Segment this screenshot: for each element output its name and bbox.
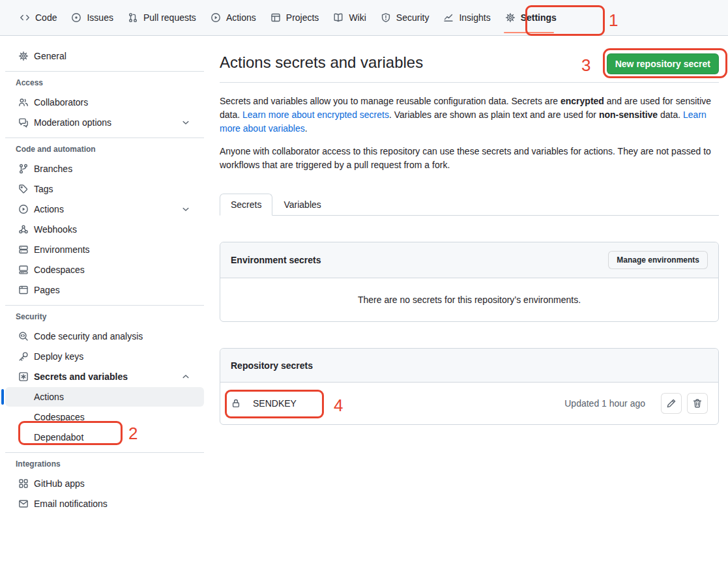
chevron-down-icon	[181, 204, 191, 214]
play-circle-icon	[18, 204, 29, 214]
sidebar-item-label: Deploy keys	[34, 351, 191, 362]
sidebar-divider	[5, 71, 204, 72]
tab-pull-requests[interactable]: Pull requests	[121, 0, 203, 35]
sidebar-item-email-notifications[interactable]: Email notifications	[5, 494, 204, 514]
pencil-icon	[666, 398, 677, 409]
sidebar-item-label: Codespaces	[34, 265, 191, 275]
apps-icon	[18, 478, 29, 489]
trash-icon	[692, 398, 703, 409]
sidebar-item-webhooks[interactable]: Webhooks	[5, 220, 204, 239]
intro-text: Secrets and variables allow you to manag…	[220, 94, 719, 172]
sidebar-item-environments[interactable]: Environments	[5, 240, 204, 259]
sidebar-item-label: Pages	[34, 285, 191, 295]
sidebar-item-actions[interactable]: Actions	[5, 199, 204, 219]
sidebar-subitem-dependabot[interactable]: Dependabot	[5, 427, 204, 447]
sidebar-item-general[interactable]: General	[5, 46, 204, 66]
sidebar-item-label: Dependabot	[34, 432, 191, 442]
repository-secrets-box: Repository secrets SENDKEY Updated 1 hou…	[220, 348, 719, 425]
environment-secrets-title: Environment secrets	[231, 255, 321, 265]
tab-label: Security	[396, 12, 430, 23]
sidebar-subitem-codespaces[interactable]: Codespaces	[5, 407, 204, 427]
gear-icon	[505, 12, 516, 23]
sidebar-item-branches[interactable]: Branches	[5, 159, 204, 179]
sidebar-item-label: Actions	[34, 392, 191, 402]
asterisk-box-icon	[18, 371, 29, 382]
tab-insights[interactable]: Insights	[437, 0, 497, 35]
intro-text-segment: Secrets and variables allow you to manag…	[220, 96, 561, 106]
sidebar-item-collaborators[interactable]: Collaborators	[5, 93, 204, 112]
tab-projects[interactable]: Projects	[264, 0, 326, 35]
sidebar-item-label: Secrets and variables	[34, 371, 175, 382]
git-branch-icon	[18, 164, 29, 174]
comment-discussion-icon	[18, 117, 29, 128]
lock-icon	[231, 398, 241, 409]
tab-issues[interactable]: Issues	[65, 0, 119, 35]
book-icon	[333, 12, 343, 23]
secret-row: SENDKEY Updated 1 hour ago	[220, 383, 718, 424]
sidebar-item-tags[interactable]: Tags	[5, 179, 204, 199]
sidebar-item-moderation-options[interactable]: Moderation options	[5, 113, 204, 132]
environment-secrets-box: Environment secrets Manage environments …	[220, 242, 719, 322]
sidebar-item-label: General	[34, 51, 191, 61]
environment-secrets-empty-text: There are no secrets for this repository…	[220, 278, 718, 321]
intro-text-segment: . Variables are shown as plain text and …	[389, 109, 599, 120]
sidebar-item-deploy-keys[interactable]: Deploy keys	[5, 347, 204, 366]
webhook-icon	[18, 224, 29, 235]
settings-sidebar: General Access Collaborators Moderation …	[0, 36, 209, 514]
tab-label: Actions	[226, 12, 256, 23]
tab-label: Settings	[521, 12, 557, 23]
tab-label: Insights	[459, 12, 490, 23]
main-content: Actions secrets and variables New reposi…	[220, 36, 719, 425]
tab-label: Projects	[286, 12, 319, 23]
tab-settings[interactable]: Settings	[499, 0, 563, 35]
repo-tab-bar: Code Issues Pull requests Actions Projec…	[0, 0, 728, 36]
link-encrypted-secrets[interactable]: Learn more about encrypted secrets	[242, 109, 389, 120]
browser-icon	[18, 285, 29, 295]
sidebar-item-github-apps[interactable]: GitHub apps	[5, 474, 204, 493]
secret-updated-text: Updated 1 hour ago	[564, 398, 645, 409]
new-repository-secret-button[interactable]: New repository secret	[607, 53, 719, 74]
codescan-icon	[18, 331, 29, 341]
sidebar-item-codespaces[interactable]: Codespaces	[5, 260, 204, 280]
sidebar-divider	[5, 305, 204, 306]
intro-paragraph-2: Anyone with collaborator access to this …	[220, 145, 719, 172]
environment-secrets-header: Environment secrets Manage environments	[220, 242, 718, 278]
sidebar-item-pages[interactable]: Pages	[5, 280, 204, 300]
tab-wiki[interactable]: Wiki	[327, 0, 372, 35]
intro-bold-non-sensitive: non-sensitive	[599, 109, 658, 120]
mail-icon	[18, 499, 29, 509]
sidebar-item-code-security[interactable]: Code security and analysis	[5, 326, 204, 346]
sidebar-item-label: Webhooks	[34, 224, 191, 235]
sidebar-subitem-actions[interactable]: Actions	[5, 387, 204, 407]
intro-text-segment: data.	[658, 109, 683, 120]
issue-opened-icon	[71, 12, 81, 23]
tab-label: Wiki	[349, 12, 366, 23]
intro-text-segment: .	[305, 123, 308, 134]
sidebar-item-label: Moderation options	[34, 117, 175, 128]
server-icon	[18, 244, 29, 255]
shield-icon	[381, 12, 391, 23]
edit-secret-button[interactable]	[661, 393, 682, 414]
sidebar-section-integrations: Integrations	[16, 459, 194, 469]
codespaces-icon	[18, 265, 29, 275]
tab-label: Code	[35, 12, 57, 23]
active-tab-underline	[504, 32, 554, 33]
sidebar-item-secrets-and-variables[interactable]: Secrets and variables	[5, 367, 204, 386]
tab-secrets[interactable]: Secrets	[220, 194, 272, 216]
git-pull-request-icon	[128, 12, 138, 23]
manage-environments-button[interactable]: Manage environments	[608, 251, 708, 269]
gear-icon	[18, 51, 29, 61]
sidebar-item-label: Code security and analysis	[34, 331, 191, 341]
repository-secrets-header: Repository secrets	[220, 349, 718, 383]
sidebar-item-label: Tags	[34, 184, 191, 194]
page-subhead: Actions secrets and variables New reposi…	[220, 36, 719, 83]
tab-code[interactable]: Code	[13, 0, 63, 35]
delete-secret-button[interactable]	[687, 393, 708, 414]
people-icon	[18, 97, 29, 108]
sidebar-section-security: Security	[16, 312, 194, 321]
tab-variables[interactable]: Variables	[272, 194, 332, 216]
intro-paragraph-1: Secrets and variables allow you to manag…	[220, 94, 719, 136]
tab-security[interactable]: Security	[374, 0, 436, 35]
tab-actions[interactable]: Actions	[204, 0, 263, 35]
sidebar-item-label: Environments	[34, 244, 191, 255]
